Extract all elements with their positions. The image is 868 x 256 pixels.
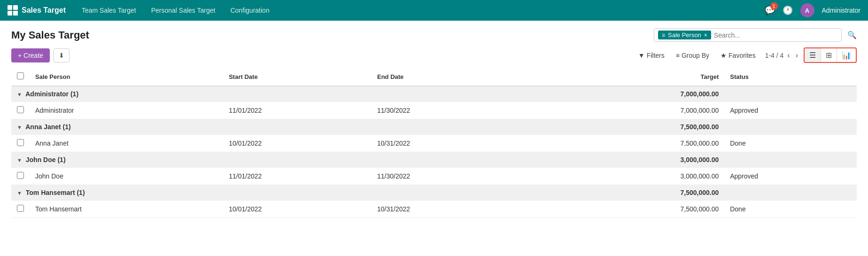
group-status-cell [724, 185, 857, 201]
view-controls: ▼ Filters ≡ Group By ★ Favorites [633, 49, 761, 62]
grid-icon [8, 5, 18, 16]
pagination-next-button[interactable]: › [794, 50, 800, 61]
page-content: My Sales Target ≡ Sale Person × 🔍 + Crea… [0, 21, 868, 225]
header-status: Status [724, 68, 857, 86]
notification-badge: 1 [770, 2, 778, 10]
menu-personal-sales[interactable]: Personal Sales Target [145, 4, 222, 17]
search-icon-button[interactable]: 🔍 [847, 31, 857, 39]
username-label: Administrator [822, 7, 860, 14]
table-body: ▼ Administrator (1) 7,000,000.00 Adminis… [11, 86, 857, 218]
row-status: Done [724, 135, 857, 152]
menu-configuration[interactable]: Configuration [224, 4, 276, 17]
row-target: 3,000,000.00 [558, 168, 724, 185]
group-row[interactable]: ▼ Anna Janet (1) 7,500,000.00 [11, 119, 857, 135]
pagination-range: 1-4 / 4 [765, 52, 784, 59]
kanban-icon: ⊞ [826, 51, 832, 59]
row-target: 7,000,000.00 [558, 102, 724, 119]
header-target: Target [558, 68, 724, 86]
avatar[interactable]: A [800, 3, 814, 17]
filter-tag-close-button[interactable]: × [704, 32, 707, 39]
table-row[interactable]: Tom Hansemart 10/01/2022 10/31/2022 7,50… [11, 201, 857, 218]
chart-view-button[interactable]: 📊 [837, 48, 856, 62]
group-row[interactable]: ▼ Administrator (1) 7,000,000.00 [11, 86, 857, 102]
header-spacer [520, 68, 558, 86]
select-all-checkbox[interactable] [17, 72, 24, 79]
group-chevron-icon: ▼ [17, 92, 22, 97]
list-view-button[interactable]: ☰ [805, 48, 821, 62]
row-sale-person: Tom Hansemart [30, 201, 223, 218]
group-status-cell [724, 86, 857, 102]
group-status-cell [724, 119, 857, 135]
view-mode-buttons: ☰ ⊞ 📊 [804, 47, 857, 63]
groupby-icon: ≡ [676, 52, 680, 59]
group-label: ▼ John Doe (1) [11, 152, 558, 168]
table-row[interactable]: Anna Janet 10/01/2022 10/31/2022 7,500,0… [11, 135, 857, 152]
favorites-button[interactable]: ★ Favorites [715, 49, 761, 62]
row-end-date: 10/31/2022 [372, 135, 520, 152]
create-button[interactable]: + Create [11, 48, 50, 62]
clock-button[interactable]: 🕐 [783, 5, 793, 16]
filter-tag-label: Sale Person [668, 31, 701, 39]
row-target: 7,500,000.00 [558, 135, 724, 152]
group-row[interactable]: ▼ John Doe (1) 3,000,000.00 [11, 152, 857, 168]
group-status-cell [724, 152, 857, 168]
pagination-prev-button[interactable]: ‹ [785, 50, 791, 61]
filters-button[interactable]: ▼ Filters [633, 49, 670, 62]
top-menu: Team Sales Target Personal Sales Target … [75, 4, 765, 17]
pagination: 1-4 / 4 ‹ › [765, 50, 800, 61]
app-logo[interactable]: Sales Target [8, 5, 66, 16]
table-header: Sale Person Start Date End Date Target S… [11, 68, 857, 86]
row-checkbox[interactable] [17, 139, 24, 146]
row-checkbox-cell[interactable] [11, 201, 30, 218]
toolbar: + Create ⬇ ▼ Filters ≡ Group By ★ Favori… [11, 47, 857, 63]
row-checkbox[interactable] [17, 205, 24, 212]
favorites-icon: ★ [721, 52, 727, 59]
group-label: ▼ Administrator (1) [11, 86, 558, 102]
group-target: 3,000,000.00 [558, 152, 724, 168]
row-checkbox-cell[interactable] [11, 168, 30, 185]
row-status: Approved [724, 168, 857, 185]
row-end-date: 10/31/2022 [372, 201, 520, 218]
data-table: Sale Person Start Date End Date Target S… [11, 68, 857, 218]
header-start-date: Start Date [223, 68, 372, 86]
download-icon: ⬇ [59, 52, 64, 59]
chart-icon: 📊 [842, 51, 851, 59]
filters-icon: ▼ [638, 52, 645, 59]
row-spacer [520, 201, 558, 218]
menu-team-sales[interactable]: Team Sales Target [75, 4, 143, 17]
download-button[interactable]: ⬇ [54, 48, 70, 62]
row-checkbox-cell[interactable] [11, 135, 30, 152]
sale-person-filter-tag[interactable]: ≡ Sale Person × [658, 31, 711, 39]
clock-icon: 🕐 [783, 6, 793, 15]
row-checkbox[interactable] [17, 172, 24, 179]
group-label: ▼ Anna Janet (1) [11, 119, 558, 135]
row-checkbox-cell[interactable] [11, 102, 30, 119]
groupby-button[interactable]: ≡ Group By [670, 49, 715, 62]
group-target: 7,500,000.00 [558, 185, 724, 201]
list-icon: ☰ [809, 51, 816, 59]
group-row[interactable]: ▼ Tom Hansemart (1) 7,500,000.00 [11, 185, 857, 201]
group-chevron-icon: ▼ [17, 157, 22, 163]
row-end-date: 11/30/2022 [372, 102, 520, 119]
search-input[interactable] [714, 31, 837, 39]
row-sale-person: Administrator [30, 102, 223, 119]
group-target: 7,000,000.00 [558, 86, 724, 102]
kanban-view-button[interactable]: ⊞ [821, 48, 837, 62]
group-label: ▼ Tom Hansemart (1) [11, 185, 558, 201]
filter-tag-icon: ≡ [662, 32, 665, 39]
table-row[interactable]: Administrator 11/01/2022 11/30/2022 7,00… [11, 102, 857, 119]
notification-bell-button[interactable]: 💬 1 [765, 5, 775, 16]
header-checkbox-cell [11, 68, 30, 86]
favorites-label: Favorites [728, 52, 756, 59]
top-navigation: Sales Target Team Sales Target Personal … [0, 0, 868, 21]
row-spacer [520, 135, 558, 152]
group-chevron-icon: ▼ [17, 190, 22, 196]
filters-label: Filters [647, 52, 665, 59]
row-start-date: 11/01/2022 [223, 102, 372, 119]
search-bar: ≡ Sale Person × [654, 28, 842, 42]
table-row[interactable]: John Doe 11/01/2022 11/30/2022 3,000,000… [11, 168, 857, 185]
row-checkbox[interactable] [17, 106, 24, 113]
app-name: Sales Target [22, 6, 66, 15]
row-start-date: 11/01/2022 [223, 168, 372, 185]
row-sale-person: John Doe [30, 168, 223, 185]
